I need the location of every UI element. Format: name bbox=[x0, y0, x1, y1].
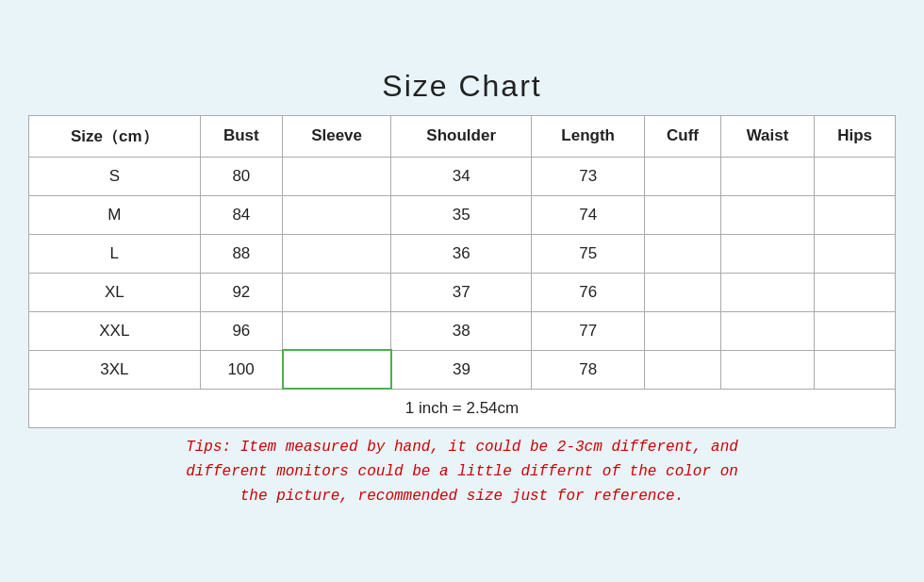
cell-bust: 84 bbox=[200, 195, 282, 234]
cell-sleeve bbox=[283, 157, 391, 195]
cell-cuff bbox=[645, 195, 721, 234]
cell-hips bbox=[815, 273, 896, 311]
main-container: Size Chart Size（cm） Bust Sleeve Shoulder… bbox=[9, 59, 915, 523]
cell-bust: 96 bbox=[200, 311, 282, 350]
cell-bust: 100 bbox=[200, 350, 282, 389]
cell-shoulder: 39 bbox=[391, 350, 532, 389]
cell-size: L bbox=[29, 234, 201, 273]
cell-sleeve bbox=[283, 234, 391, 273]
cell-hips bbox=[815, 350, 896, 389]
cell-waist bbox=[720, 234, 814, 273]
cell-cuff bbox=[645, 311, 721, 350]
cell-sleeve bbox=[283, 311, 391, 350]
cell-length: 77 bbox=[532, 311, 645, 350]
col-header-bust: Bust bbox=[200, 115, 282, 157]
cell-length: 76 bbox=[532, 273, 645, 311]
table-row: S 80 34 73 bbox=[29, 157, 896, 195]
col-header-shoulder: Shoulder bbox=[391, 115, 532, 157]
conversion-row: 1 inch = 2.54cm bbox=[29, 389, 896, 428]
cell-size: XXL bbox=[29, 311, 201, 350]
cell-cuff bbox=[645, 234, 721, 273]
table-row: XXL 96 38 77 bbox=[29, 311, 896, 350]
cell-waist bbox=[720, 273, 814, 311]
cell-cuff bbox=[645, 273, 721, 311]
cell-waist bbox=[720, 350, 814, 389]
cell-bust: 88 bbox=[200, 234, 282, 273]
cell-hips bbox=[815, 234, 896, 273]
tips-line2: different monitors could be a little dif… bbox=[186, 463, 738, 480]
cell-size: M bbox=[29, 195, 201, 234]
cell-shoulder: 37 bbox=[391, 273, 532, 311]
cell-cuff bbox=[645, 350, 721, 389]
col-header-cuff: Cuff bbox=[645, 115, 721, 157]
cell-bust: 80 bbox=[200, 157, 282, 195]
cell-shoulder: 38 bbox=[391, 311, 532, 350]
cell-hips bbox=[815, 311, 896, 350]
cell-shoulder: 35 bbox=[391, 195, 532, 234]
col-header-length: Length bbox=[532, 115, 645, 157]
col-header-waist: Waist bbox=[720, 115, 814, 157]
cell-length: 78 bbox=[532, 350, 645, 389]
cell-length: 74 bbox=[532, 195, 645, 234]
cell-shoulder: 36 bbox=[391, 234, 532, 273]
tips-line3: the picture, recommended size just for r… bbox=[240, 488, 684, 505]
table-row: L 88 36 75 bbox=[29, 234, 896, 273]
cell-hips bbox=[815, 157, 896, 195]
table-row: M 84 35 74 bbox=[29, 195, 896, 234]
size-chart-table: Size（cm） Bust Sleeve Shoulder Length Cuf… bbox=[28, 115, 896, 429]
cell-size: XL bbox=[29, 273, 201, 311]
cell-size: 3XL bbox=[29, 350, 201, 389]
cell-waist bbox=[720, 195, 814, 234]
cell-waist bbox=[720, 157, 814, 195]
cell-length: 75 bbox=[532, 234, 645, 273]
cell-shoulder: 34 bbox=[391, 157, 532, 195]
col-header-hips: Hips bbox=[815, 115, 896, 157]
cell-sleeve-highlighted bbox=[283, 350, 391, 389]
table-header-row: Size（cm） Bust Sleeve Shoulder Length Cuf… bbox=[29, 115, 896, 157]
col-header-size: Size（cm） bbox=[29, 115, 201, 157]
cell-sleeve bbox=[283, 195, 391, 234]
page-title: Size Chart bbox=[28, 69, 896, 104]
tips-section: Tips: Item measured by hand, it could be… bbox=[28, 436, 896, 508]
tips-line1: Tips: Item measured by hand, it could be… bbox=[186, 439, 738, 456]
cell-length: 73 bbox=[532, 157, 645, 195]
table-row: 3XL 100 39 78 bbox=[29, 350, 896, 389]
conversion-text: 1 inch = 2.54cm bbox=[29, 389, 896, 428]
cell-bust: 92 bbox=[200, 273, 282, 311]
col-header-sleeve: Sleeve bbox=[283, 115, 391, 157]
table-row: XL 92 37 76 bbox=[29, 273, 896, 311]
cell-waist bbox=[720, 311, 814, 350]
cell-cuff bbox=[645, 157, 721, 195]
cell-size: S bbox=[29, 157, 201, 195]
cell-hips bbox=[815, 195, 896, 234]
cell-sleeve bbox=[283, 273, 391, 311]
